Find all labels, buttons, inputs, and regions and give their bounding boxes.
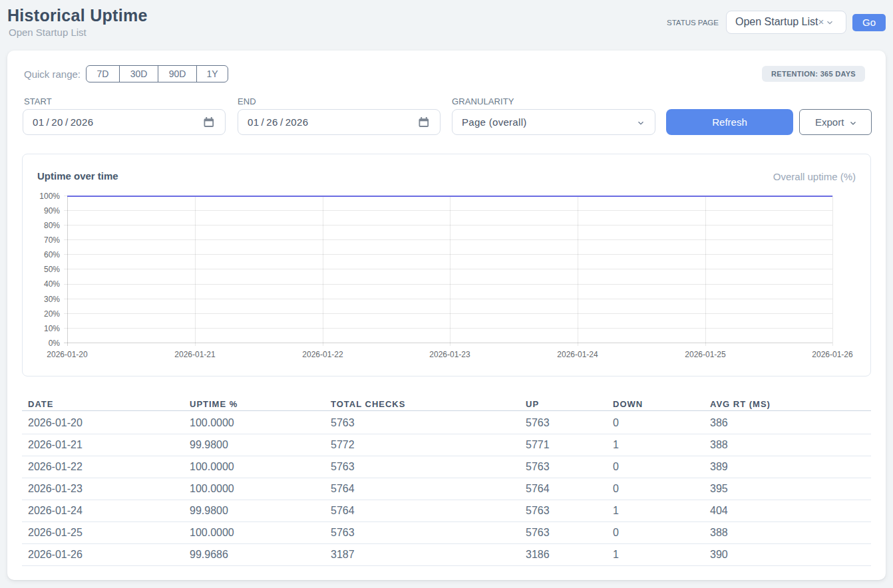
svg-text:30%: 30% xyxy=(44,295,60,304)
svg-text:70%: 70% xyxy=(44,235,60,245)
svg-text:0%: 0% xyxy=(49,339,61,348)
svg-text:2026-01-22: 2026-01-22 xyxy=(302,350,343,359)
svg-text:2026-01-23: 2026-01-23 xyxy=(429,350,470,359)
svg-text:60%: 60% xyxy=(44,250,60,259)
svg-text:40%: 40% xyxy=(44,279,60,289)
svg-text:50%: 50% xyxy=(44,265,60,274)
svg-text:90%: 90% xyxy=(44,206,60,216)
svg-text:10%: 10% xyxy=(44,324,60,333)
svg-text:2026-01-24: 2026-01-24 xyxy=(557,350,598,359)
svg-text:20%: 20% xyxy=(44,309,60,319)
svg-text:2026-01-21: 2026-01-21 xyxy=(174,350,216,359)
svg-text:2026-01-20: 2026-01-20 xyxy=(47,350,88,359)
svg-text:80%: 80% xyxy=(44,221,60,230)
svg-text:100%: 100% xyxy=(39,192,60,201)
svg-text:2026-01-25: 2026-01-25 xyxy=(685,350,726,359)
svg-text:2026-01-26: 2026-01-26 xyxy=(812,350,853,359)
